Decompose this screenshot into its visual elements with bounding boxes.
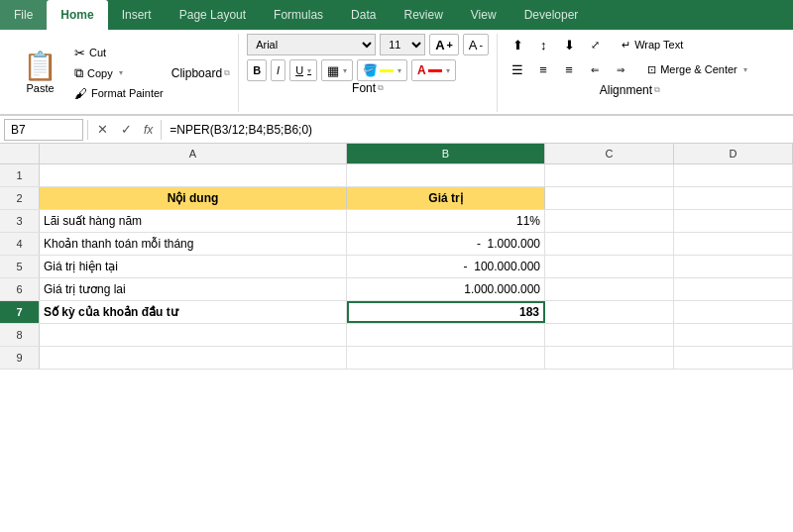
tab-insert[interactable]: Insert xyxy=(108,0,166,30)
cell-d9[interactable] xyxy=(674,347,793,369)
font-color-icon: A xyxy=(417,63,426,77)
increase-indent-button[interactable]: ⇒ xyxy=(609,58,632,80)
table-row: 4 Khoản thanh toán mỗi tháng - 1.000.000 xyxy=(0,233,793,256)
tab-home[interactable]: Home xyxy=(47,0,107,30)
tab-formulas[interactable]: Formulas xyxy=(260,0,337,30)
font-row2: B I U ▾ ▦▾ 🪣 ▾ A ▾ xyxy=(247,59,456,81)
cell-a5[interactable]: Giá trị hiện tại xyxy=(40,256,347,277)
cell-reference-box[interactable]: B7 xyxy=(4,119,83,141)
cut-button[interactable]: ✂ Cut xyxy=(70,44,168,62)
align-bottom-button[interactable]: ⬇ xyxy=(557,34,581,55)
cell-c9[interactable] xyxy=(545,347,674,369)
cell-a2[interactable]: Nội dung xyxy=(40,187,347,209)
clipboard-expand-icon[interactable]: ⧉ xyxy=(224,68,230,78)
cell-c8[interactable] xyxy=(545,324,674,346)
tab-page-layout[interactable]: Page Layout xyxy=(166,0,260,30)
tab-review[interactable]: Review xyxy=(390,0,456,30)
paste-icon: 📋 xyxy=(23,53,57,80)
row-num-7: 7 xyxy=(0,301,40,323)
font-group: Arial 11 A+ A- B I U ▾ ▦▾ 🪣 ▾ xyxy=(239,34,498,112)
cell-c7[interactable] xyxy=(545,301,674,323)
cell-b3[interactable]: 11% xyxy=(347,210,545,232)
tab-file[interactable]: File xyxy=(0,0,47,30)
cell-b5[interactable]: - 100.000.000 xyxy=(347,256,545,277)
angle-text-button[interactable]: ⤢ xyxy=(583,34,607,55)
row-num-6: 6 xyxy=(0,278,40,300)
cell-d6[interactable] xyxy=(674,278,793,300)
cell-a8[interactable] xyxy=(40,324,347,346)
cell-d7[interactable] xyxy=(674,301,793,323)
cell-a9[interactable] xyxy=(40,347,347,369)
cell-d2[interactable] xyxy=(674,187,793,209)
cancel-formula-button[interactable]: ✕ xyxy=(92,120,112,140)
underline-button[interactable]: U ▾ xyxy=(289,59,317,81)
row-num-9: 9 xyxy=(0,347,40,369)
font-size-select[interactable]: 11 xyxy=(380,34,425,55)
col-header-c[interactable]: C xyxy=(545,144,674,163)
italic-button[interactable]: I xyxy=(271,59,285,81)
cell-b8[interactable] xyxy=(347,324,545,346)
cell-b2[interactable]: Giá trị xyxy=(347,187,545,209)
font-color-bar xyxy=(428,69,442,72)
tab-developer[interactable]: Developer xyxy=(510,0,593,30)
cell-c2[interactable] xyxy=(545,187,674,209)
table-row: 8 xyxy=(0,324,793,347)
cell-b1[interactable] xyxy=(347,164,545,186)
cell-d8[interactable] xyxy=(674,324,793,346)
col-header-b[interactable]: B xyxy=(347,144,545,163)
align-left-button[interactable]: ☰ xyxy=(506,58,529,80)
cell-a4[interactable]: Khoản thanh toán mỗi tháng xyxy=(40,233,347,255)
cell-c1[interactable] xyxy=(545,164,674,186)
clipboard-label-row: Clipboard ⧉ xyxy=(171,34,230,112)
align-center-button[interactable]: ≡ xyxy=(531,58,555,80)
alignment-group: ⬆ ↕ ⬇ ⤢ ↵ Wrap Text ☰ ≡ ≡ ⇐ ⇒ ⊡ Merge xyxy=(498,34,762,112)
cell-a7[interactable]: Số kỳ của khoản đầu tư xyxy=(40,301,347,323)
paste-button[interactable]: 📋 Paste xyxy=(14,34,66,112)
cell-d1[interactable] xyxy=(674,164,793,186)
cell-b4[interactable]: - 1.000.000 xyxy=(347,233,545,255)
cell-d5[interactable] xyxy=(674,256,793,277)
tab-view[interactable]: View xyxy=(457,0,510,30)
cell-b6[interactable]: 1.000.000.000 xyxy=(347,278,545,300)
row-num-2: 2 xyxy=(0,187,40,209)
row-num-5: 5 xyxy=(0,256,40,277)
formula-bar: B7 ✕ ✓ fx xyxy=(0,116,793,144)
cell-a1[interactable] xyxy=(40,164,347,186)
fill-color-icon: 🪣 xyxy=(363,63,378,77)
col-header-a[interactable]: A xyxy=(40,144,347,163)
copy-button[interactable]: ⧉ Copy ▾ xyxy=(70,63,168,83)
align-top-button[interactable]: ⬆ xyxy=(506,34,529,55)
fill-color-button[interactable]: 🪣 ▾ xyxy=(357,59,407,81)
format-painter-icon: 🖌 xyxy=(74,86,87,101)
row-num-3: 3 xyxy=(0,210,40,232)
col-header-d[interactable]: D xyxy=(674,144,793,163)
tab-data[interactable]: Data xyxy=(337,0,390,30)
cell-c3[interactable] xyxy=(545,210,674,232)
bold-button[interactable]: B xyxy=(247,59,267,81)
font-color-button[interactable]: A ▾ xyxy=(411,59,456,81)
cell-a3[interactable]: Lãi suất hàng năm xyxy=(40,210,347,232)
alignment-expand-icon[interactable]: ⧉ xyxy=(654,85,660,95)
cell-c6[interactable] xyxy=(545,278,674,300)
format-painter-button[interactable]: 🖌 Format Painter xyxy=(70,84,168,103)
row-num-4: 4 xyxy=(0,233,40,255)
cell-b9[interactable] xyxy=(347,347,545,369)
wrap-text-button[interactable]: ↵ Wrap Text xyxy=(615,34,690,55)
merge-center-button[interactable]: ⊡ Merge & Center ▾ xyxy=(640,58,754,80)
cell-c4[interactable] xyxy=(545,233,674,255)
font-name-select[interactable]: Arial xyxy=(247,34,376,55)
font-expand-icon[interactable]: ⧉ xyxy=(378,83,384,93)
font-shrink-button[interactable]: A- xyxy=(463,34,489,55)
cell-d4[interactable] xyxy=(674,233,793,255)
cell-b7[interactable]: 183 xyxy=(347,301,545,323)
decrease-indent-button[interactable]: ⇐ xyxy=(583,58,607,80)
confirm-formula-button[interactable]: ✓ xyxy=(116,120,136,140)
border-button[interactable]: ▦▾ xyxy=(321,59,353,81)
align-right-button[interactable]: ≡ xyxy=(557,58,581,80)
cell-c5[interactable] xyxy=(545,256,674,277)
font-grow-button[interactable]: A+ xyxy=(429,34,459,55)
align-middle-button[interactable]: ↕ xyxy=(531,34,555,55)
cell-d3[interactable] xyxy=(674,210,793,232)
formula-input[interactable] xyxy=(166,119,789,141)
cell-a6[interactable]: Giá trị tương lai xyxy=(40,278,347,300)
